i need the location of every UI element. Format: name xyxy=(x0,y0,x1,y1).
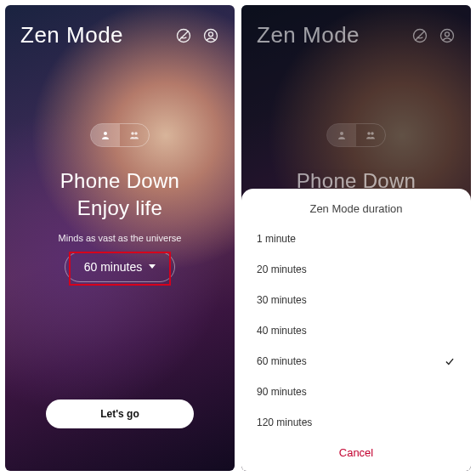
no-notification-icon xyxy=(411,27,428,44)
profile-icon[interactable] xyxy=(202,27,219,44)
header: Zen Mode xyxy=(257,22,456,48)
duration-option-label: 1 minute xyxy=(257,233,296,245)
start-button-label: Let's go xyxy=(100,408,139,420)
duration-option-label: 30 minutes xyxy=(257,294,307,306)
svg-point-3 xyxy=(209,31,213,36)
duration-option[interactable]: 20 minutes xyxy=(257,254,456,285)
duration-option-list: 1 minute20 minutes30 minutes40 minutes60… xyxy=(257,224,456,438)
svg-line-1 xyxy=(178,31,189,41)
cancel-button[interactable]: Cancel xyxy=(257,438,456,462)
svg-point-10 xyxy=(445,31,450,36)
duration-option-label: 20 minutes xyxy=(257,264,307,275)
subtext: Minds as vast as the universe xyxy=(20,233,219,243)
sheet-title: Zen Mode duration xyxy=(257,202,456,215)
mode-toggle xyxy=(326,123,386,147)
svg-point-11 xyxy=(340,132,343,135)
cancel-label: Cancel xyxy=(339,446,373,459)
start-button[interactable]: Let's go xyxy=(46,400,194,428)
duration-option-label: 60 minutes xyxy=(257,355,307,367)
duration-label: 60 minutes xyxy=(84,260,142,274)
mode-solo-button xyxy=(327,124,356,146)
page-title: Zen Mode xyxy=(257,22,360,48)
hero-line-2: Enjoy life xyxy=(20,195,219,222)
mode-toggle[interactable] xyxy=(90,123,150,147)
hero-line-1: Phone Down xyxy=(20,167,219,195)
duration-option[interactable]: 90 minutes xyxy=(257,377,456,407)
duration-option[interactable]: 40 minutes xyxy=(257,315,456,346)
duration-option[interactable]: 1 minute xyxy=(257,224,456,254)
duration-option-label: 120 minutes xyxy=(257,416,312,428)
header: Zen Mode xyxy=(20,22,219,48)
duration-option-label: 40 minutes xyxy=(257,325,307,337)
mode-group-button xyxy=(356,124,385,146)
svg-line-8 xyxy=(415,31,425,41)
svg-point-12 xyxy=(367,132,371,135)
svg-point-5 xyxy=(131,132,134,135)
no-notification-icon[interactable] xyxy=(175,27,192,44)
duration-dropdown[interactable]: 60 minutes xyxy=(65,252,175,282)
mode-solo-button[interactable] xyxy=(91,124,120,146)
duration-option[interactable]: 120 minutes xyxy=(257,407,456,438)
duration-sheet: Zen Mode duration 1 minute20 minutes30 m… xyxy=(241,189,471,471)
mode-group-button[interactable] xyxy=(120,124,149,146)
check-icon xyxy=(444,355,456,367)
hero-text: Phone Down Enjoy life xyxy=(20,167,219,223)
svg-point-6 xyxy=(134,132,138,135)
screen-right: Zen Mode Phone Down Enjoy life xyxy=(241,5,471,471)
svg-point-13 xyxy=(371,132,374,135)
profile-icon xyxy=(439,27,456,44)
screen-left: Zen Mode Phone Down Enjoy life Minds xyxy=(5,5,235,471)
svg-point-4 xyxy=(104,132,107,135)
duration-option-label: 90 minutes xyxy=(257,386,307,398)
duration-option[interactable]: 60 minutes xyxy=(257,346,456,377)
page-title: Zen Mode xyxy=(20,22,123,48)
duration-option[interactable]: 30 minutes xyxy=(257,285,456,315)
